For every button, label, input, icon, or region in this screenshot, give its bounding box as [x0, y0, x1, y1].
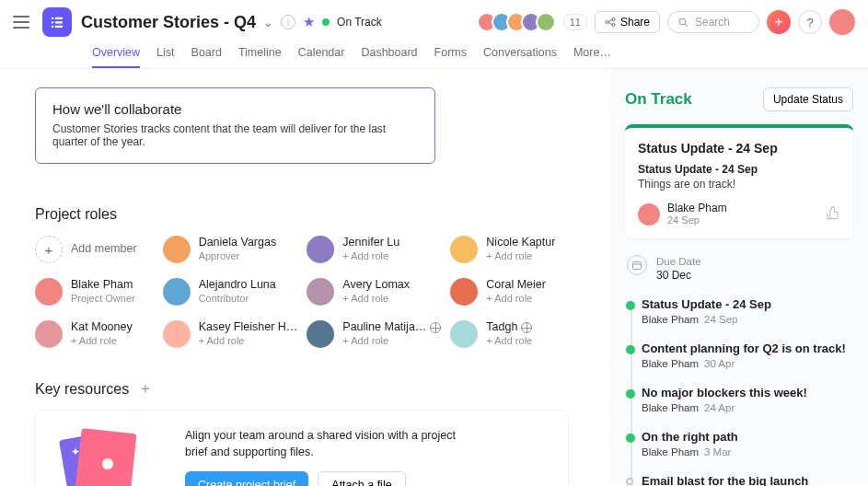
member-avatar — [307, 236, 334, 263]
status-update-card[interactable]: Status Update - 24 Sep Status Update - 2… — [625, 124, 853, 238]
member-role[interactable]: + Add role — [199, 335, 298, 348]
add-member-button[interactable]: +Add member — [35, 236, 154, 263]
tab-calendar[interactable]: Calendar — [298, 42, 345, 68]
author-date: 24 Sep — [667, 214, 727, 226]
tab-board[interactable]: Board — [191, 42, 222, 68]
key-resources-card: ✦ Align your team around a shared vision… — [35, 410, 569, 486]
tab-forms[interactable]: Forms — [434, 42, 467, 68]
member-role[interactable]: + Add role — [486, 293, 546, 306]
status-card-subtitle: Status Update - 24 Sep — [638, 163, 840, 176]
menu-icon[interactable] — [13, 12, 33, 32]
member-role[interactable]: + Add role — [342, 250, 399, 263]
key-resources-description: Align your team around a shared vision w… — [185, 427, 461, 460]
svg-line-7 — [685, 24, 688, 27]
member-name: Jennifer Lu — [342, 236, 399, 250]
member-name: Alejandro Luna — [199, 278, 276, 293]
timeline-dot — [626, 301, 635, 310]
tab-dashboard[interactable]: Dashboard — [361, 42, 417, 68]
timeline-item[interactable]: On the right pathBlake Pham3 Mar — [642, 430, 853, 457]
search-input[interactable]: Search — [667, 11, 759, 33]
project-icon[interactable] — [42, 7, 72, 37]
member-role[interactable]: + Add role — [71, 335, 133, 348]
create-brief-button[interactable]: Create project brief — [185, 471, 308, 486]
add-resource-button[interactable]: ＋ — [138, 379, 153, 399]
timeline-item[interactable]: Status Update - 24 SepBlake Pham24 Sep — [642, 297, 853, 325]
member-avatar — [307, 278, 334, 306]
member-role[interactable]: + Add role — [342, 335, 441, 348]
help-button[interactable]: ? — [798, 10, 822, 34]
svg-point-6 — [679, 18, 686, 25]
member-role[interactable]: + Add role — [342, 293, 410, 306]
role-member[interactable]: Nicole Kaptur+ Add role — [450, 236, 569, 263]
role-member[interactable]: Daniela VargasApprover — [163, 236, 298, 263]
key-resources-title: Key resources — [35, 381, 129, 398]
search-icon — [677, 17, 689, 29]
tab-overview[interactable]: Overview — [92, 42, 140, 68]
brief-illustration: ✦ — [58, 431, 159, 486]
member-avatar — [163, 320, 191, 348]
svg-rect-8 — [633, 261, 642, 269]
globe-icon — [430, 322, 441, 333]
star-icon[interactable]: ★ — [303, 14, 315, 30]
project-roles-title: Project roles — [35, 206, 586, 223]
timeline-title: No major blockers this week! — [642, 386, 853, 399]
collaborate-card[interactable]: How we'll collaborate Customer Stories t… — [35, 87, 435, 164]
author-name: Blake Pham — [667, 202, 727, 214]
role-member[interactable]: Jennifer Lu+ Add role — [307, 236, 441, 263]
role-member[interactable]: Pauline Matija…+ Add role — [307, 320, 441, 348]
role-member[interactable]: Avery Lomax+ Add role — [307, 278, 441, 306]
info-icon[interactable]: i — [281, 15, 295, 29]
member-name: Coral Meier — [486, 278, 546, 293]
status-timeline: Status Update - 24 SepBlake Pham24 SepCo… — [625, 297, 853, 486]
share-icon — [605, 17, 616, 28]
share-button[interactable]: Share — [595, 11, 660, 33]
timeline-title: On the right path — [642, 430, 853, 444]
timeline-title: Status Update - 24 Sep — [642, 297, 853, 311]
timeline-item[interactable]: No major blockers this week!Blake Pham24… — [642, 386, 853, 413]
tab-list[interactable]: List — [156, 42, 174, 68]
member-avatar — [307, 320, 334, 348]
member-name: Daniela Vargas — [199, 236, 277, 250]
timeline-item[interactable]: Email blast for the big launch — [642, 474, 853, 486]
member-role[interactable]: Project Owner — [71, 293, 135, 306]
due-date-value: 30 Dec — [656, 269, 701, 284]
status-dot — [322, 18, 330, 26]
timeline-item[interactable]: Content planning for Q2 is on track!Blak… — [642, 341, 853, 369]
role-member[interactable]: Kasey Fleisher H…+ Add role — [163, 320, 298, 348]
tab-timeline[interactable]: Timeline — [238, 42, 282, 68]
tab-conversations[interactable]: Conversations — [483, 42, 557, 68]
timeline-dot — [626, 345, 635, 354]
role-member[interactable]: Alejandro LunaContributor — [163, 278, 298, 306]
member-avatars[interactable] — [482, 12, 556, 32]
member-role[interactable]: Approver — [199, 250, 277, 263]
due-date-label: Due Date — [656, 255, 701, 269]
svg-rect-5 — [55, 26, 63, 28]
role-member[interactable]: Coral Meier+ Add role — [450, 278, 569, 306]
project-title[interactable]: Customer Stories - Q4 — [81, 13, 256, 32]
status-label[interactable]: On Track — [337, 16, 382, 29]
role-member[interactable]: Tadgh+ Add role — [450, 320, 569, 348]
member-role[interactable]: + Add role — [486, 250, 555, 263]
member-avatar — [35, 278, 63, 306]
member-avatar — [450, 236, 478, 263]
chevron-down-icon[interactable]: ⌄ — [263, 16, 273, 29]
member-name: Tadgh — [486, 320, 517, 335]
timeline-title: Email blast for the big launch — [642, 474, 853, 486]
role-member[interactable]: Kat Mooney+ Add role — [35, 320, 154, 348]
role-member[interactable]: Blake PhamProject Owner — [35, 278, 154, 306]
member-count[interactable]: 11 — [563, 14, 587, 30]
sidebar-status: On Track — [625, 90, 692, 109]
like-icon[interactable] — [826, 205, 840, 223]
collaborate-description: Customer Stories tracks content that the… — [52, 122, 418, 148]
add-button[interactable]: + — [767, 10, 791, 34]
svg-rect-1 — [55, 17, 63, 19]
attach-file-button[interactable]: Attach a file — [318, 471, 405, 486]
due-date-row[interactable]: Due Date 30 Dec — [625, 255, 853, 284]
update-status-button[interactable]: Update Status — [763, 87, 853, 111]
current-user-avatar[interactable] — [829, 9, 855, 35]
tab-more-[interactable]: More… — [573, 42, 611, 68]
svg-rect-0 — [52, 17, 53, 19]
member-role[interactable]: + Add role — [486, 335, 532, 348]
status-card-body: Things are on track! — [638, 178, 840, 191]
member-role[interactable]: Contributor — [199, 293, 276, 306]
